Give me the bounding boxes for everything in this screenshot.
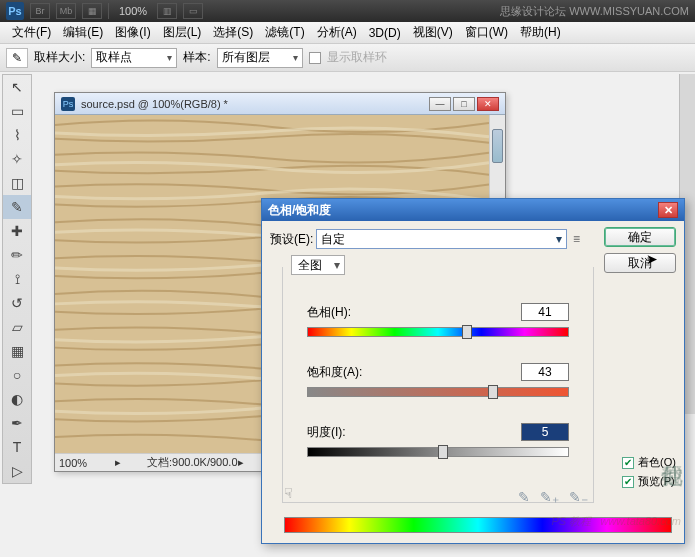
preset-menu-icon[interactable]: ≡ — [573, 232, 580, 246]
eyedropper-add-icon[interactable]: ✎₊ — [540, 489, 559, 505]
menu-file[interactable]: 文件(F) — [6, 24, 57, 41]
document-title: source.psd @ 100%(RGB/8) * — [81, 98, 228, 110]
screen-mode-icon[interactable]: ▭ — [183, 3, 203, 19]
menu-view[interactable]: 视图(V) — [407, 24, 459, 41]
colorize-checkbox[interactable]: ✔着色(O) — [622, 455, 676, 470]
app-logo: Ps — [6, 2, 24, 20]
blur-tool[interactable]: ○ — [3, 363, 31, 387]
menu-image[interactable]: 图像(I) — [109, 24, 156, 41]
doc-info: 文档:900.0K/900.0 — [147, 455, 238, 470]
preset-label: 预设(E): — [270, 231, 316, 248]
edit-channel-select[interactable]: 全图 — [291, 255, 345, 275]
eyedropper-set-icon[interactable]: ✎ — [518, 489, 530, 505]
bridge-icon[interactable]: Br — [30, 3, 50, 19]
menu-edit[interactable]: 编辑(E) — [57, 24, 109, 41]
maximize-button[interactable]: □ — [453, 97, 475, 111]
path-tool[interactable]: ▷ — [3, 459, 31, 483]
show-ring-checkbox[interactable] — [309, 52, 321, 64]
menu-help[interactable]: 帮助(H) — [514, 24, 567, 41]
show-ring-label: 显示取样环 — [327, 49, 387, 66]
pen-tool[interactable]: ✒ — [3, 411, 31, 435]
history-brush-tool[interactable]: ↺ — [3, 291, 31, 315]
brand-text: 思缘设计论坛 WWW.MISSYUAN.COM — [500, 4, 689, 19]
dodge-tool[interactable]: ◐ — [3, 387, 31, 411]
lightness-slider[interactable] — [307, 447, 569, 457]
minimize-button[interactable]: — — [429, 97, 451, 111]
type-tool[interactable]: T — [3, 435, 31, 459]
view-extras-icon[interactable]: ▦ — [82, 3, 102, 19]
toolbox: ↖ ▭ ⌇ ✧ ◫ ✎ ✚ ✏ ⟟ ↺ ▱ ▦ ○ ◐ ✒ T ▷ — [2, 74, 32, 484]
menu-3d[interactable]: 3D(D) — [363, 26, 407, 40]
preset-select[interactable]: 自定 — [316, 229, 567, 249]
saturation-input[interactable] — [521, 363, 569, 381]
dialog-title: 色相/饱和度 — [268, 202, 331, 219]
eyedropper-sub-icon[interactable]: ✎₋ — [569, 489, 588, 505]
stamp-tool[interactable]: ⟟ — [3, 267, 31, 291]
hue-slider[interactable] — [307, 327, 569, 337]
hue-saturation-dialog: 色相/饱和度 ✕ 预设(E): 自定 ≡ 确定 取消 ➤ 全图 色相(H): — [261, 198, 685, 544]
menu-window[interactable]: 窗口(W) — [459, 24, 514, 41]
hue-input[interactable] — [521, 303, 569, 321]
dialog-close-button[interactable]: ✕ — [658, 202, 678, 218]
minibridge-icon[interactable]: Mb — [56, 3, 76, 19]
scrub-icon[interactable]: ☟ — [284, 485, 293, 501]
zoom-percent[interactable]: 100% — [119, 5, 147, 17]
cancel-button[interactable]: 取消 — [604, 253, 676, 273]
document-titlebar[interactable]: Ps source.psd @ 100%(RGB/8) * — □ ✕ — [55, 93, 505, 115]
eyedropper-tool[interactable]: ✎ — [3, 195, 31, 219]
sample-size-select[interactable]: 取样点 — [91, 48, 177, 68]
doc-icon: Ps — [61, 97, 75, 111]
gradient-tool[interactable]: ▦ — [3, 339, 31, 363]
spectrum-bar[interactable] — [284, 517, 672, 533]
menu-analysis[interactable]: 分析(A) — [311, 24, 363, 41]
app-bar: Ps Br Mb ▦ 100% ▥ ▭ 思缘设计论坛 WWW.MISSYUAN.… — [0, 0, 695, 22]
heal-tool[interactable]: ✚ — [3, 219, 31, 243]
sample-label: 样本: — [183, 49, 210, 66]
dialog-titlebar[interactable]: 色相/饱和度 ✕ — [262, 199, 684, 221]
edit-group: 全图 色相(H): 饱和度(A): 明度(I): — [282, 267, 594, 503]
arrange-icon[interactable]: ▥ — [157, 3, 177, 19]
eyedropper-icon[interactable]: ✎ — [6, 48, 28, 68]
preview-checkbox[interactable]: ✔预览(P) — [622, 474, 676, 489]
brush-tool[interactable]: ✏ — [3, 243, 31, 267]
sample-layer-select[interactable]: 所有图层 — [217, 48, 303, 68]
menu-filter[interactable]: 滤镜(T) — [259, 24, 310, 41]
menu-select[interactable]: 选择(S) — [207, 24, 259, 41]
saturation-label: 饱和度(A): — [307, 364, 362, 381]
sample-size-label: 取样大小: — [34, 49, 85, 66]
lightness-input[interactable] — [521, 423, 569, 441]
options-bar: ✎ 取样大小: 取样点 样本: 所有图层 显示取样环 — [0, 44, 695, 72]
menu-layer[interactable]: 图层(L) — [157, 24, 208, 41]
saturation-slider[interactable] — [307, 387, 569, 397]
hue-label: 色相(H): — [307, 304, 351, 321]
move-tool[interactable]: ↖ — [3, 75, 31, 99]
marquee-tool[interactable]: ▭ — [3, 99, 31, 123]
wand-tool[interactable]: ✧ — [3, 147, 31, 171]
lightness-label: 明度(I): — [307, 424, 346, 441]
close-button[interactable]: ✕ — [477, 97, 499, 111]
zoom-field[interactable]: 100% — [59, 457, 115, 469]
ok-button[interactable]: 确定 — [604, 227, 676, 247]
menu-bar: 文件(F) 编辑(E) 图像(I) 图层(L) 选择(S) 滤镜(T) 分析(A… — [0, 22, 695, 44]
lasso-tool[interactable]: ⌇ — [3, 123, 31, 147]
crop-tool[interactable]: ◫ — [3, 171, 31, 195]
eraser-tool[interactable]: ▱ — [3, 315, 31, 339]
